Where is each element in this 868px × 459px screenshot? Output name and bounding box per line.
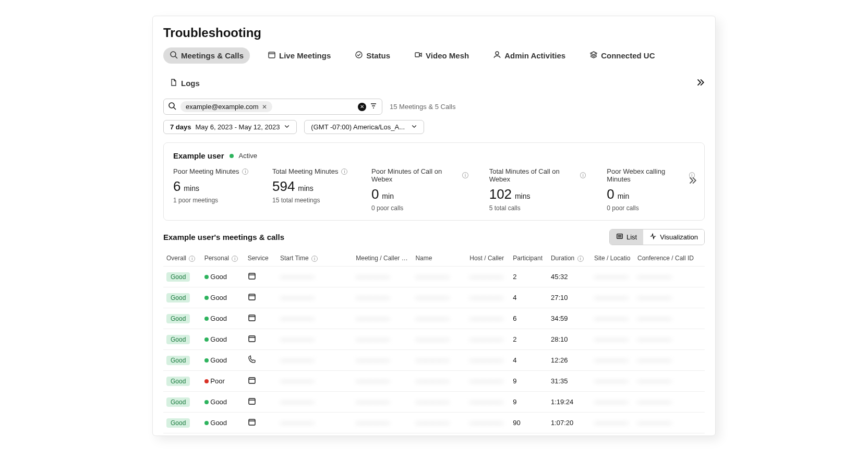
table-row[interactable]: Good Good ————— ————— ————— ————— 90 1:0…: [163, 413, 705, 433]
visualization-view-label: Visualization: [660, 233, 698, 241]
metric-sub: 0 poor calls: [607, 204, 695, 212]
overall-badge: Good: [166, 314, 190, 323]
tab-live-meetings[interactable]: Live Meetings: [261, 47, 337, 64]
column-header[interactable]: Participant: [510, 250, 548, 267]
table-row[interactable]: Good Good ————— ————— ————— ————— 4 12:2…: [163, 350, 705, 371]
metric-unit: min: [616, 192, 629, 200]
filter-icon[interactable]: [369, 102, 378, 112]
participants: 4: [510, 287, 548, 308]
start-time: —————: [280, 273, 314, 281]
column-header[interactable]: Overall i: [163, 250, 201, 267]
activity-icon: [649, 233, 657, 241]
tab-meetings-calls[interactable]: Meetings & Calls: [163, 47, 250, 64]
visualization-view-button[interactable]: Visualization: [643, 230, 704, 245]
info-icon[interactable]: i: [341, 168, 347, 175]
overall-badge: Good: [166, 377, 190, 386]
calendar-icon: [268, 51, 276, 61]
personal-status: Good: [210, 294, 227, 301]
status-dot-icon: [230, 154, 234, 158]
metric-value: 6: [173, 178, 180, 194]
column-header[interactable]: Site / Locatio: [591, 250, 634, 267]
duration: 45:32: [548, 267, 591, 287]
tab-status[interactable]: Status: [348, 47, 396, 64]
conference-id: —————: [637, 398, 671, 406]
info-icon[interactable]: i: [232, 256, 238, 262]
personal-status: Good: [210, 315, 227, 322]
tab-connected-uc[interactable]: Connected UC: [583, 47, 661, 64]
info-icon[interactable]: i: [311, 256, 318, 262]
metric-unit: mins: [296, 184, 313, 192]
column-header[interactable]: Personal i: [201, 250, 245, 267]
timezone-picker[interactable]: (GMT -07:00) America/Los_A...: [304, 120, 424, 134]
participants: 2: [510, 267, 548, 287]
chevron-down-icon: [411, 123, 417, 131]
meeting-name: —————: [415, 398, 449, 406]
metric-card: Poor Minutes of Call on Webex i 0 min 0 …: [371, 167, 468, 212]
chip-remove-icon[interactable]: ✕: [262, 103, 267, 111]
column-header[interactable]: Duration i: [548, 250, 591, 267]
duration: 1:19:24: [548, 392, 591, 413]
column-header[interactable]: Start Time i: [277, 250, 353, 267]
tab-video-mesh[interactable]: Video Mesh: [408, 47, 475, 64]
metrics-scroll-right[interactable]: [688, 176, 697, 187]
column-header[interactable]: Conference / Call ID: [634, 250, 705, 267]
meeting-number: —————: [356, 419, 390, 427]
info-icon[interactable]: i: [577, 256, 584, 262]
personal-status: Good: [210, 419, 227, 427]
clear-search-icon[interactable]: ✕: [358, 103, 366, 111]
list-view-button[interactable]: List: [610, 230, 643, 245]
metric-sub: 1 poor meetings: [173, 197, 251, 204]
column-header[interactable]: Meeting / Caller num: [353, 250, 412, 267]
info-icon[interactable]: i: [189, 256, 195, 262]
tabs-overflow[interactable]: [695, 78, 705, 89]
table-row[interactable]: Good Good ————— ————— ————— ————— 9 1:19…: [163, 392, 705, 413]
metric-card: Poor Webex calling Minutes i 0 min 0 poo…: [607, 167, 695, 212]
timezone-text: (GMT -07:00) America/Los_A...: [311, 123, 405, 131]
column-header[interactable]: Name: [412, 250, 466, 267]
start-time: —————: [280, 356, 314, 364]
start-time: —————: [280, 315, 314, 322]
calendar-icon: [248, 316, 256, 323]
duration: 27:10: [548, 287, 591, 308]
meeting-number: —————: [356, 335, 390, 343]
table-row[interactable]: Good Good ————— ————— ————— ————— 4 27:1…: [163, 287, 705, 308]
metric-card: Total Minutes of Call on Webex i 102 min…: [489, 167, 586, 212]
participants: 90: [510, 413, 548, 433]
duration: 1:07:20: [548, 413, 591, 433]
search-chip: example@example.com ✕: [180, 101, 272, 112]
column-header[interactable]: Host / Caller: [466, 250, 510, 267]
meeting-number: —————: [356, 377, 390, 385]
tab-logs[interactable]: Logs: [163, 75, 206, 91]
conference-id: —————: [637, 356, 671, 364]
duration: 34:59: [548, 308, 591, 329]
info-icon[interactable]: i: [462, 172, 468, 178]
table-row[interactable]: Good Poor ————— ————— ————— ————— 9 31:3…: [163, 371, 705, 392]
meeting-number: —————: [356, 356, 390, 364]
search-input[interactable]: example@example.com ✕ ✕: [163, 99, 382, 115]
personal-dot-icon: [204, 317, 209, 321]
metric-label: Total Minutes of Call on Webex i: [489, 167, 586, 183]
search-icon: [170, 51, 178, 61]
info-icon[interactable]: i: [242, 168, 248, 175]
host-caller: —————: [469, 273, 503, 281]
table-row[interactable]: Good Good ————— ————— ————— ————— 2 45:3…: [163, 267, 705, 287]
column-header[interactable]: Service: [245, 250, 277, 267]
metric-card: Total Meeting Minutes i 594 mins 15 tota…: [272, 167, 351, 212]
metric-value: 102: [489, 186, 512, 202]
table-row[interactable]: Good Good ————— ————— ————— ————— 2 28:1…: [163, 329, 705, 350]
metric-card: Poor Meeting Minutes i 6 mins 1 poor mee…: [173, 167, 251, 212]
conference-id: —————: [637, 335, 671, 343]
table-row[interactable]: Good Good ————— ————— ————— ————— 6 34:5…: [163, 308, 705, 329]
personal-status: Poor: [210, 377, 224, 385]
tab-admin-activities[interactable]: Admin Activities: [487, 47, 572, 64]
date-range-picker[interactable]: 7 days May 6, 2023 - May 12, 2023: [163, 120, 297, 134]
metric-label: Total Meeting Minutes i: [272, 167, 351, 175]
site-location: —————: [594, 315, 628, 322]
meeting-number: —————: [356, 273, 390, 281]
metric-unit: mins: [513, 192, 530, 200]
meeting-number: —————: [356, 315, 390, 322]
overall-badge: Good: [166, 335, 190, 344]
metric-value: 0: [607, 186, 614, 202]
participants: 4: [510, 350, 548, 371]
info-icon[interactable]: i: [580, 172, 586, 178]
